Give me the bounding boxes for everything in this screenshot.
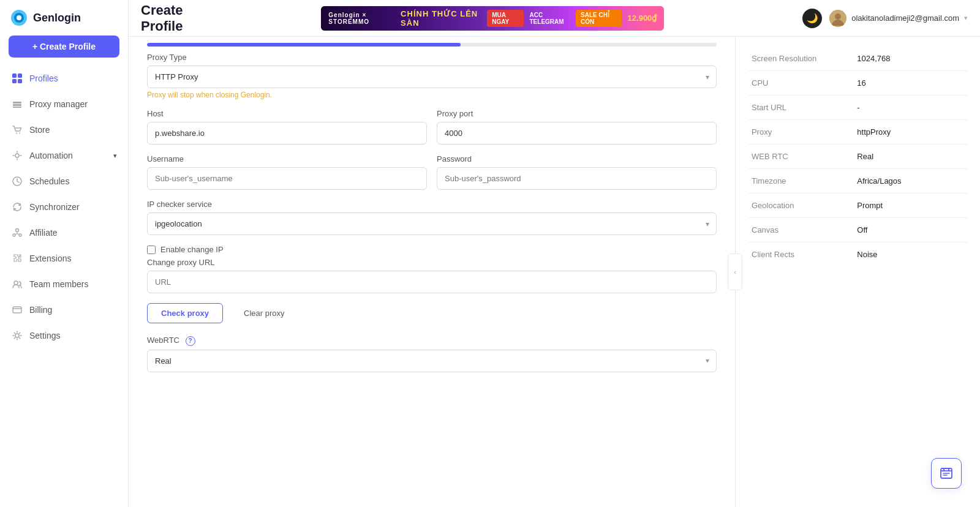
proxy-port-group: Proxy port bbox=[437, 109, 717, 145]
change-proxy-url-input[interactable] bbox=[147, 271, 717, 293]
clock-icon bbox=[11, 175, 23, 187]
ip-checker-select[interactable]: ipgeolocation ipapi ipinfo bbox=[147, 212, 717, 235]
proxy-action-buttons: Check proxy Clear proxy bbox=[147, 303, 717, 323]
main-content: Proxy Type HTTP Proxy SOCKS4 SOCKS5 No p… bbox=[129, 37, 980, 507]
form-scroll-inner: Proxy Type HTTP Proxy SOCKS4 SOCKS5 No p… bbox=[129, 47, 735, 400]
summary-key: CPU bbox=[748, 71, 853, 96]
proxy-type-select[interactable]: HTTP Proxy SOCKS4 SOCKS5 No proxy bbox=[147, 66, 717, 88]
promo-banner[interactable]: Genlogin × STOREMMO CHÍNH THỨC LÊN SÀN M… bbox=[321, 6, 664, 31]
ip-checker-label: IP checker service bbox=[147, 200, 717, 209]
svg-rect-4 bbox=[18, 73, 22, 78]
sidebar-item-affiliate[interactable]: Affiliate bbox=[5, 220, 123, 245]
table-row: WEB RTCReal bbox=[748, 145, 968, 169]
sidebar-item-team-members[interactable]: Team members bbox=[5, 272, 123, 296]
summary-value: httpProxy bbox=[853, 120, 968, 145]
summary-value: Noise bbox=[853, 242, 968, 267]
summary-key: Geolocation bbox=[748, 193, 853, 218]
check-proxy-button[interactable]: Check proxy bbox=[147, 303, 223, 323]
summary-value: - bbox=[853, 96, 968, 120]
refresh-icon bbox=[11, 201, 23, 213]
user-dropdown-icon: ▾ bbox=[964, 14, 968, 22]
sidebar-item-settings[interactable]: Settings bbox=[5, 323, 123, 348]
summary-value: Prompt bbox=[853, 193, 968, 218]
svg-rect-3 bbox=[12, 73, 17, 78]
create-profile-button[interactable]: + Create Profile bbox=[9, 36, 119, 58]
topbar: Create Profile Genlogin × STOREMMO CHÍNH… bbox=[129, 0, 980, 37]
sidebar: Genlogin + Create Profile Profiles Proxy… bbox=[0, 0, 129, 507]
host-label: Host bbox=[147, 109, 427, 118]
svg-point-17 bbox=[14, 281, 18, 285]
svg-point-10 bbox=[16, 133, 17, 134]
webrtc-label: WebRTC ? bbox=[147, 336, 717, 346]
chevron-down-icon: ▾ bbox=[113, 152, 117, 160]
fab-button[interactable] bbox=[931, 458, 962, 489]
users-icon bbox=[11, 278, 23, 290]
ip-checker-group: IP checker service ipgeolocation ipapi i… bbox=[147, 200, 717, 235]
change-proxy-url-group: Change proxy URL bbox=[147, 258, 717, 293]
summary-value: Real bbox=[853, 145, 968, 169]
enable-change-ip-label[interactable]: Enable change IP bbox=[160, 245, 224, 254]
host-input[interactable] bbox=[147, 122, 427, 145]
sidebar-item-extensions[interactable]: Extensions bbox=[5, 246, 123, 271]
summary-key: Start URL bbox=[748, 96, 853, 120]
svg-point-14 bbox=[16, 229, 19, 232]
sidebar-item-label: Automation bbox=[29, 151, 73, 160]
table-row: TimezoneAfrica/Lagos bbox=[748, 169, 968, 193]
sidebar-item-label: Team members bbox=[29, 279, 88, 289]
webrtc-help-icon[interactable]: ? bbox=[186, 336, 195, 346]
user-email-text: olakitanoladimeji2@gmail.com bbox=[851, 13, 959, 23]
avatar bbox=[829, 10, 846, 27]
sidebar-item-label: Schedules bbox=[29, 176, 69, 186]
svg-rect-8 bbox=[13, 104, 21, 106]
summary-value: 1024,768 bbox=[853, 47, 968, 71]
sidebar-item-profiles[interactable]: Profiles bbox=[5, 66, 123, 91]
table-row: CanvasOff bbox=[748, 218, 968, 242]
sidebar-item-label: Synchronizer bbox=[29, 202, 80, 212]
clear-proxy-button[interactable]: Clear proxy bbox=[230, 303, 298, 323]
svg-rect-9 bbox=[13, 107, 21, 108]
logo-text: Genlogin bbox=[33, 12, 81, 24]
table-row: ProxyhttpProxy bbox=[748, 120, 968, 145]
svg-point-15 bbox=[13, 234, 15, 236]
username-password-row: Username Password bbox=[147, 154, 717, 200]
sidebar-item-store[interactable]: Store bbox=[5, 118, 123, 142]
username-input[interactable] bbox=[147, 167, 427, 190]
password-input[interactable] bbox=[437, 167, 717, 190]
logo-icon bbox=[10, 9, 28, 27]
svg-rect-18 bbox=[13, 307, 21, 313]
summary-key: Timezone bbox=[748, 169, 853, 193]
collapse-panel-button[interactable]: ‹ bbox=[728, 254, 742, 290]
proxy-hint-text: Proxy will stop when closing Genlogin. bbox=[147, 91, 717, 99]
topbar-right: 🌙 olakitanoladimeji2@gmail.com ▾ bbox=[802, 9, 968, 28]
table-row: Screen Resolution1024,768 bbox=[748, 47, 968, 71]
username-group: Username bbox=[147, 154, 427, 190]
right-panel: Screen Resolution1024,768CPU16Start URL-… bbox=[735, 37, 980, 507]
svg-point-11 bbox=[19, 133, 20, 134]
summary-value: Africa/Lagos bbox=[853, 169, 968, 193]
enable-change-ip-row: Enable change IP bbox=[147, 245, 717, 254]
proxy-type-select-wrap: HTTP Proxy SOCKS4 SOCKS5 No proxy ▾ bbox=[147, 66, 717, 88]
webrtc-select-wrap: Real Noise Off ▾ bbox=[147, 350, 717, 372]
sidebar-item-proxy-manager[interactable]: Proxy manager bbox=[5, 92, 123, 116]
svg-rect-5 bbox=[12, 79, 17, 83]
affiliate-icon bbox=[11, 227, 23, 239]
webrtc-select[interactable]: Real Noise Off bbox=[147, 350, 717, 372]
sidebar-item-billing[interactable]: Billing bbox=[5, 298, 123, 322]
sidebar-item-synchronizer[interactable]: Synchronizer bbox=[5, 195, 123, 219]
summary-value: 16 bbox=[853, 71, 968, 96]
sidebar-item-schedules[interactable]: Schedules bbox=[5, 169, 123, 193]
page-title: Create Profile bbox=[141, 2, 183, 34]
proxy-port-input[interactable] bbox=[437, 122, 717, 145]
theme-toggle-button[interactable]: 🌙 bbox=[802, 9, 822, 28]
password-label: Password bbox=[437, 154, 717, 163]
sidebar-item-automation[interactable]: Automation ▾ bbox=[5, 143, 123, 168]
enable-change-ip-checkbox[interactable] bbox=[147, 246, 156, 254]
proxy-port-label: Proxy port bbox=[437, 109, 717, 118]
summary-key: Client Rects bbox=[748, 242, 853, 267]
proxy-type-group: Proxy Type HTTP Proxy SOCKS4 SOCKS5 No p… bbox=[147, 53, 717, 99]
svg-point-12 bbox=[15, 154, 19, 157]
banner-area: Genlogin × STOREMMO CHÍNH THỨC LÊN SÀN M… bbox=[195, 6, 790, 31]
form-area: Proxy Type HTTP Proxy SOCKS4 SOCKS5 No p… bbox=[129, 37, 735, 507]
svg-point-16 bbox=[19, 234, 21, 236]
user-info[interactable]: olakitanoladimeji2@gmail.com ▾ bbox=[829, 10, 968, 27]
